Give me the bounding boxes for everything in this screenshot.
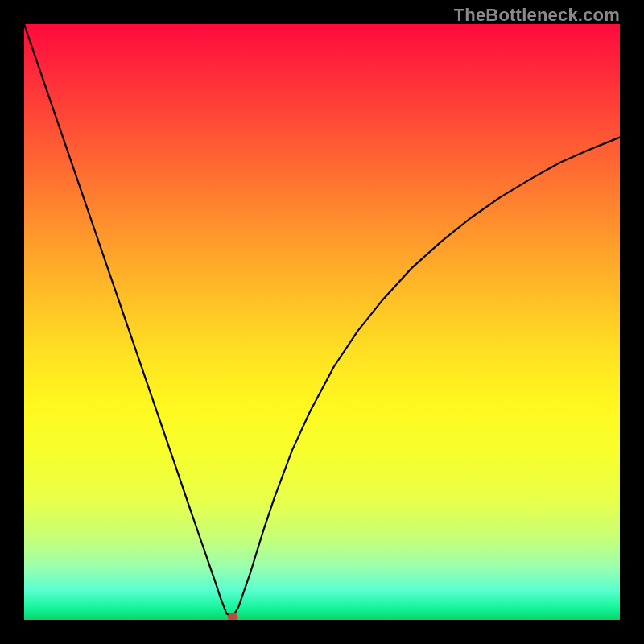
- watermark-text: TheBottleneck.com: [454, 5, 620, 26]
- min-marker: [228, 613, 237, 620]
- bottleneck-curve: [24, 24, 620, 617]
- chart-frame: TheBottleneck.com: [0, 0, 644, 644]
- chart-svg: [24, 24, 620, 620]
- plot-area: [24, 24, 620, 620]
